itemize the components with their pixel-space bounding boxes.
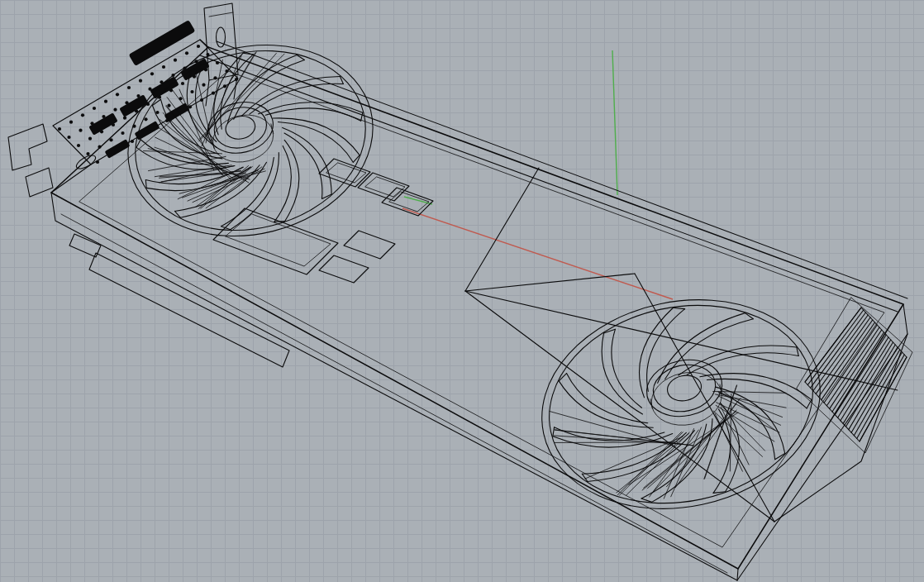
vent-hole: [98, 146, 101, 149]
gpu-die[interactable]: [213, 208, 338, 274]
vent-hole: [93, 107, 96, 110]
fan-blade-edge: [216, 55, 309, 123]
vent-hole: [188, 105, 192, 108]
vent-hole: [174, 59, 177, 62]
fan-blade-edge: [215, 152, 294, 229]
vent-hole: [121, 131, 124, 135]
fan-ring: [210, 102, 271, 153]
fan-blade-edge: [626, 308, 690, 398]
vent-hole: [58, 127, 61, 131]
fan-blade-edge: [278, 107, 353, 178]
fin-lines: [805, 308, 907, 441]
vram-chip[interactable]: [344, 231, 395, 259]
io-bracket[interactable]: [53, 20, 238, 171]
fan-blade-edge: [266, 138, 310, 221]
fan-blade-edge: [258, 88, 363, 137]
gpu-model[interactable]: [8, 3, 912, 580]
fan-blade-edge: [567, 359, 648, 437]
vent-hole: [235, 78, 238, 81]
vent-hole: [104, 100, 107, 103]
vent-hole: [212, 92, 215, 95]
vent-hole: [113, 108, 117, 112]
fan-blade-edge: [257, 146, 302, 222]
pcie-connector[interactable]: [69, 234, 289, 367]
fan-line: [555, 417, 678, 467]
vent-hole: [185, 51, 188, 55]
fan-blade-edge: [700, 355, 812, 422]
vent-hole: [67, 136, 70, 139]
x-axis-line: [402, 208, 673, 299]
fan-ring: [649, 359, 720, 417]
fan-line: [151, 99, 161, 105]
screw-slot: [217, 27, 226, 47]
fan-line: [155, 158, 231, 184]
vent-hole: [123, 117, 126, 120]
fin-line: [813, 315, 868, 391]
vram-chip[interactable]: [382, 188, 433, 216]
fan-ring: [531, 282, 831, 527]
vent-hole: [116, 93, 119, 96]
vent-hole: [150, 72, 154, 75]
y-axis-line: [612, 50, 617, 195]
vent-hole: [127, 86, 131, 89]
vent-hole: [81, 113, 84, 117]
fan-line: [774, 453, 786, 459]
vent-hole: [109, 138, 112, 141]
vent-hole: [86, 152, 89, 155]
vent-hole: [190, 90, 193, 93]
vent-hole: [197, 45, 200, 48]
vent-hole: [79, 129, 82, 132]
heatsink-fins[interactable]: [797, 298, 912, 453]
vent-hole: [181, 82, 184, 85]
wireframe-canvas[interactable]: [0, 0, 924, 582]
viewport[interactable]: [0, 0, 924, 582]
fin-line: [819, 320, 873, 397]
vent-hole: [96, 160, 99, 164]
fan-ring: [223, 113, 257, 142]
fan-line: [155, 118, 246, 199]
fin-line: [805, 308, 861, 382]
fan-ring: [522, 274, 840, 533]
fin-line: [807, 310, 863, 385]
vent-hole: [131, 140, 134, 143]
vent-hole: [144, 117, 147, 121]
vent-hole: [77, 144, 80, 147]
vent-hole: [216, 61, 219, 64]
rear-fan[interactable]: [522, 274, 840, 533]
vent-hole: [155, 111, 159, 114]
bracket-hooks[interactable]: [8, 124, 53, 197]
vent-hole: [139, 79, 142, 83]
fan-line: [558, 374, 568, 381]
shroud-outline[interactable]: [51, 40, 907, 580]
fan-line: [721, 403, 749, 468]
shroud-braces: [465, 168, 907, 522]
fan-line: [550, 387, 675, 470]
vent-hole: [162, 65, 165, 69]
vent-hole: [213, 76, 217, 79]
vent-hole: [202, 83, 205, 87]
vent-hole: [69, 121, 73, 124]
vent-hole: [88, 137, 92, 141]
vram-chip[interactable]: [319, 255, 369, 283]
world-axes: [402, 50, 673, 299]
vent-hole: [223, 84, 226, 88]
fan-blade-edge: [273, 100, 360, 174]
